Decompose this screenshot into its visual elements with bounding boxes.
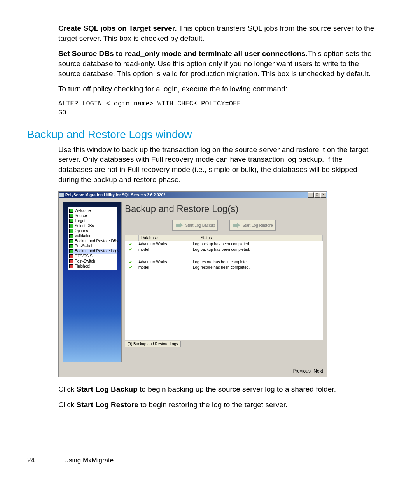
wizard-nav-panel: WelcomeSourceTargetSelect DBsOptionsVali…: [63, 202, 122, 362]
nav-item-label: Backup and Restore DBs: [75, 239, 118, 243]
para-backup-restore-desc: Use this window to back up the transacti…: [58, 145, 377, 185]
bottom-tab[interactable]: (9) Backup and Restore Logs: [125, 341, 181, 346]
nav-item[interactable]: Validation: [68, 233, 117, 238]
status-square-icon: [69, 264, 73, 268]
table-row[interactable]: ✔modelLog restore has been completed.: [125, 264, 323, 270]
check-icon: ✔: [129, 265, 132, 270]
nav-item-label: Post-Switch: [75, 259, 95, 263]
cell-status: Log restore has been completed.: [193, 265, 323, 270]
check-icon: ✔: [129, 260, 132, 264]
page-footer: 24 Using MxMigrate: [27, 457, 393, 464]
status-square-icon: [69, 244, 73, 248]
bold-label: Set Source DBs to read_only mode and ter…: [58, 49, 308, 58]
window-title: PolyServe Migration Utility for SQL Serv…: [65, 193, 166, 197]
nav-item-label: Options: [75, 229, 88, 233]
nav-item[interactable]: Backup and Restore DBs: [68, 238, 117, 243]
bold-label: Create SQL jobs on Target server.: [58, 24, 177, 32]
nav-item-label: Welcome: [75, 208, 91, 213]
panel-title: Backup and Restore Log(s): [125, 202, 323, 217]
column-header-icon[interactable]: [125, 235, 139, 241]
nav-item-label: Backup and Restore Logs: [75, 249, 119, 253]
table-row[interactable]: ✔AdventureWorksLog restore has been comp…: [125, 259, 323, 264]
footer-label: Using MxMigrate: [64, 457, 114, 464]
cell-database: AdventureWorks: [136, 260, 193, 264]
nav-item-label: DTS/SSIS: [75, 254, 93, 258]
table-row[interactable]: [125, 252, 323, 259]
para-click-backup: Click Start Log Backup to begin backing …: [58, 384, 377, 394]
nav-item[interactable]: Pre-Switch: [68, 243, 117, 248]
nav-item-label: Pre-Switch: [75, 244, 93, 248]
status-square-icon: [69, 249, 73, 253]
start-log-backup-button[interactable]: Start Log Backup: [172, 220, 218, 231]
arrow-icon: [175, 222, 184, 229]
close-button[interactable]: ×: [320, 192, 326, 198]
nav-item-label: Finished!: [75, 264, 91, 268]
nav-item[interactable]: Target: [68, 218, 117, 223]
status-square-icon: [69, 214, 73, 218]
status-square-icon: [69, 219, 73, 223]
nav-item[interactable]: Welcome: [68, 208, 117, 213]
nav-item[interactable]: Backup and Restore Logs: [68, 248, 117, 254]
nav-item[interactable]: Source: [68, 213, 117, 218]
cell-status: Log restore has been completed.: [193, 260, 323, 264]
para-click-restore: Click Start Log Restore to begin restori…: [58, 400, 377, 410]
minimize-button[interactable]: _: [308, 192, 314, 198]
status-square-icon: [69, 259, 73, 263]
nav-item[interactable]: Select DBs: [68, 223, 117, 228]
screenshot-window: PolyServe Migration Utility for SQL Serv…: [58, 191, 327, 377]
nav-item[interactable]: Finished!: [68, 264, 117, 269]
nav-item[interactable]: Post-Switch: [68, 259, 117, 264]
cell-status: Log backup has been completed.: [193, 242, 323, 246]
check-icon: ✔: [129, 247, 132, 252]
table-row[interactable]: ✔AdventureWorksLog backup has been compl…: [125, 241, 323, 247]
para-set-source-dbs: Set Source DBs to read_only mode and ter…: [58, 49, 377, 79]
next-link[interactable]: Next: [313, 368, 323, 374]
para-policy-note: To turn off policy checking for a login,…: [58, 84, 377, 94]
section-heading: Backup and Restore Logs window: [27, 128, 393, 141]
page-number: 24: [27, 457, 62, 464]
status-square-icon: [69, 254, 73, 258]
cell-database: model: [136, 247, 193, 252]
start-log-restore-button[interactable]: Start Log Restore: [229, 220, 275, 231]
check-icon: ✔: [129, 242, 132, 246]
previous-link[interactable]: Previous: [292, 368, 311, 374]
status-square-icon: [69, 224, 73, 228]
nav-item[interactable]: DTS/SSIS: [68, 254, 117, 259]
table-row[interactable]: ✔modelLog backup has been completed.: [125, 247, 323, 252]
app-icon: [60, 192, 64, 197]
status-square-icon: [69, 239, 73, 243]
code-block: ALTER LOGIN <login_name> WITH CHECK_POLI…: [58, 100, 377, 117]
status-listview[interactable]: Database Status ✔AdventureWorksLog backu…: [125, 234, 323, 340]
nav-item-label: Select DBs: [75, 224, 94, 228]
status-square-icon: [69, 234, 73, 238]
nav-item-label: Source: [75, 214, 87, 218]
status-square-icon: [69, 229, 73, 233]
arrow-icon: [232, 222, 241, 229]
para-create-sql-jobs: Create SQL jobs on Target server. This o…: [58, 23, 377, 43]
nav-item-label: Target: [75, 219, 86, 223]
column-header-status[interactable]: Status: [198, 235, 323, 241]
status-square-icon: [69, 209, 73, 213]
wizard-footer: Previous Next: [59, 366, 327, 377]
cell-database: AdventureWorks: [136, 242, 193, 246]
cell-status: Log backup has been completed.: [193, 247, 323, 252]
cell-database: model: [136, 265, 193, 270]
column-header-database[interactable]: Database: [139, 235, 198, 241]
nav-item[interactable]: Options: [68, 228, 117, 233]
maximize-button[interactable]: □: [314, 192, 320, 198]
window-titlebar[interactable]: PolyServe Migration Utility for SQL Serv…: [59, 192, 327, 198]
nav-item-label: Validation: [75, 234, 91, 238]
